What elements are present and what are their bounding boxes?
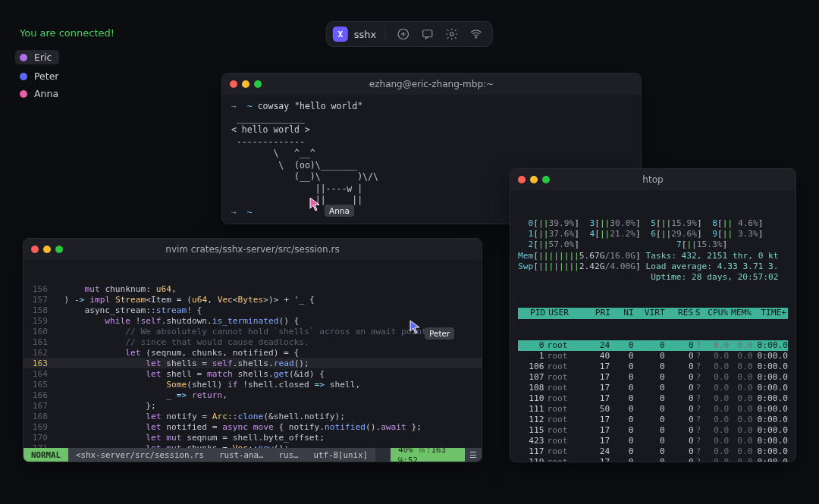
status-lsp2: rus…: [271, 448, 306, 462]
code-line: 156 mut chunknum: u64,: [24, 283, 482, 294]
close-icon[interactable]: [518, 176, 526, 183]
process-row[interactable]: 1root40000?0.00.00:00.0: [518, 351, 788, 362]
process-row[interactable]: 117root24000?0.00.00:00.0: [518, 446, 788, 457]
minimize-icon[interactable]: [242, 80, 249, 88]
line-number: 162: [24, 347, 54, 358]
process-row[interactable]: 110root17000?0.00.00:00.0: [518, 393, 788, 404]
process-row[interactable]: 112root17000?0.00.00:00.0: [518, 415, 788, 425]
process-row[interactable]: 0root24000?0.00.00:00.0: [518, 340, 788, 351]
code-text: let notified = async move { notify.notif…: [54, 421, 482, 432]
settings-icon[interactable]: [445, 27, 459, 41]
code-text: let shell = match shells.get(&id) {: [54, 368, 482, 379]
line-number: 159: [24, 315, 54, 326]
user-item[interactable]: Anna: [20, 88, 59, 99]
status-tail-icon: ☰: [465, 448, 482, 462]
column-header[interactable]: VIRT: [634, 308, 665, 318]
svg-point-4: [450, 33, 454, 36]
code-line: 163 let shells = self.shells.read();: [24, 358, 482, 368]
window-titlebar[interactable]: nvim crates/sshx-server/src/session.rs: [24, 239, 482, 260]
user-name: Peter: [34, 70, 59, 82]
code-line: 167 };: [24, 400, 482, 411]
column-header[interactable]: USER: [545, 308, 582, 318]
window-titlebar[interactable]: ezhang@eric-zhang-mbp:~: [222, 74, 641, 95]
prompt-path: ~: [247, 101, 253, 111]
user-item[interactable]: Peter: [20, 70, 59, 82]
htop-columns[interactable]: PIDUSERPRINIVIRTRESSCPU%MEM%TIME+: [518, 308, 788, 318]
zoom-icon[interactable]: [254, 80, 262, 88]
svg-rect-3: [423, 30, 432, 37]
code-line: 157 ) -> impl Stream<Item = (u64, Vec<By…: [24, 294, 482, 305]
column-header[interactable]: TIME+: [752, 308, 786, 318]
code-line: 169 let notified = async move { notify.n…: [24, 421, 482, 432]
mode-indicator: NORMAL: [24, 448, 68, 462]
column-header[interactable]: NI: [610, 308, 634, 318]
process-row[interactable]: 115root17000?0.00.00:00.0: [518, 425, 788, 436]
user-name: Anna: [34, 88, 58, 99]
code-line: 162 let (seqnum, chunks, notified) = {: [24, 347, 482, 358]
line-number: 168: [24, 411, 54, 421]
presence-dot-icon: [20, 73, 27, 80]
htop-rows[interactable]: 0root24000?0.00.00:00.01root40000?0.00.0…: [518, 340, 788, 462]
window-title: ezhang@eric-zhang-mbp:~: [222, 79, 641, 89]
terminal-body[interactable]: 156 mut chunknum: u64,157 ) -> impl Stre…: [24, 260, 482, 448]
code-text: let (seqnum, chunks, notified) = {: [54, 347, 482, 358]
line-number: 165: [24, 379, 54, 390]
code-line: 165 Some(shell) if !shell.closed => shel…: [24, 379, 482, 390]
column-header[interactable]: CPU%: [702, 308, 728, 318]
chat-icon[interactable]: [421, 27, 435, 41]
minimize-icon[interactable]: [530, 176, 538, 183]
code-line: 166 _ => return,: [24, 390, 482, 400]
user-item[interactable]: Eric: [15, 50, 59, 64]
terminal-body[interactable]: 0[||39.9%] 3[||30.0%] 5[||15.9%] 8[|| 4.…: [510, 190, 795, 462]
zoom-icon[interactable]: [542, 176, 550, 183]
code-text: };: [54, 400, 482, 411]
topbar-icons: [397, 27, 483, 41]
nvim-statusline: NORMAL <shx-server/src/session.rs rust-a…: [24, 448, 482, 462]
code-text: Some(shell) if !shell.closed => shell,: [54, 379, 482, 390]
status-encoding: utf-8[unix]: [306, 448, 376, 462]
cowsay-output: _____________ < hello world > ----------…: [231, 113, 378, 206]
code-text: let notify = Arc::clone(&shell.notify);: [54, 411, 482, 421]
line-number: 158: [24, 305, 54, 315]
process-row[interactable]: 111root50000?0.00.00:00.0: [518, 404, 788, 415]
code-lines: 156 mut chunknum: u64,157 ) -> impl Stre…: [24, 283, 482, 448]
code-line: 159 while !self.shutdown.is_terminated()…: [24, 315, 482, 326]
process-row[interactable]: 106root17000?0.00.00:00.0: [518, 362, 788, 372]
presence-dot-icon: [20, 90, 27, 98]
process-row[interactable]: 107root17000?0.00.00:00.0: [518, 372, 788, 383]
wifi-icon[interactable]: [469, 27, 483, 41]
code-text: while !self.shutdown.is_terminated() {: [54, 315, 482, 326]
line-number: 156: [24, 283, 54, 294]
line-number: 171: [24, 443, 54, 448]
terminal-htop[interactable]: htop 0[||39.9%] 3[||30.0%] 5[||15.9%] 8[…: [510, 168, 796, 462]
zoom-icon[interactable]: [55, 246, 63, 253]
column-header[interactable]: PID: [519, 308, 545, 318]
line-number: 169: [24, 421, 54, 432]
status-path: <shx-server/src/session.rs: [68, 448, 212, 462]
code-line: 164 let shell = match shells.get(&id) {: [24, 368, 482, 379]
line-number: 170: [24, 432, 54, 443]
user-list: EricPeterAnna: [20, 50, 59, 99]
column-header[interactable]: MEM%: [728, 308, 752, 318]
window-title: htop: [510, 174, 795, 185]
code-text: mut chunknum: u64,: [54, 283, 482, 294]
window-titlebar[interactable]: htop: [510, 169, 795, 190]
process-row[interactable]: 108root17000?0.00.00:00.0: [518, 383, 788, 393]
prompt-arrow: →: [231, 207, 237, 218]
close-icon[interactable]: [230, 80, 237, 88]
process-row[interactable]: 423root17000?0.00.00:00.0: [518, 436, 788, 446]
column-header[interactable]: S: [693, 308, 702, 318]
column-header[interactable]: PRI: [582, 308, 610, 318]
terminal-nvim[interactable]: nvim crates/sshx-server/src/session.rs 1…: [23, 238, 482, 462]
add-terminal-icon[interactable]: [397, 27, 410, 41]
code-text: async_stream::stream! {: [54, 305, 482, 315]
line-number: 166: [24, 390, 54, 400]
minimize-icon[interactable]: [43, 246, 51, 253]
process-row[interactable]: 119root17000?0.00.00:00.0: [518, 457, 788, 462]
close-icon[interactable]: [31, 246, 39, 253]
code-text: let mut seqnum = shell.byte_offset;: [54, 432, 482, 443]
column-header[interactable]: RES: [665, 308, 694, 318]
code-line: 161 // since that would cause deadlocks.: [24, 337, 482, 347]
line-number: 167: [24, 400, 54, 411]
code-line: 160 // We absolutely cannot hold `shells…: [24, 326, 482, 337]
